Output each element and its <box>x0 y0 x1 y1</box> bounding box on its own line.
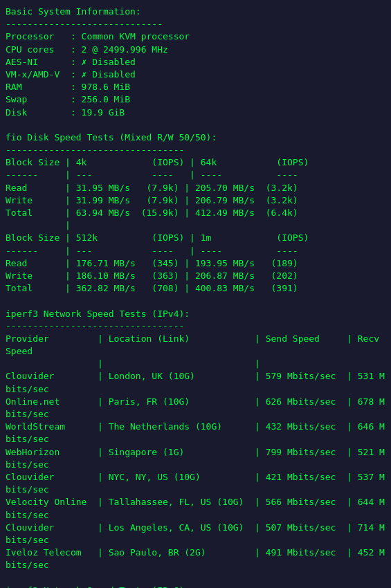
main-content: Basic System Information: --------------… <box>6 6 385 588</box>
system-info-text: Basic System Information: --------------… <box>6 6 385 588</box>
